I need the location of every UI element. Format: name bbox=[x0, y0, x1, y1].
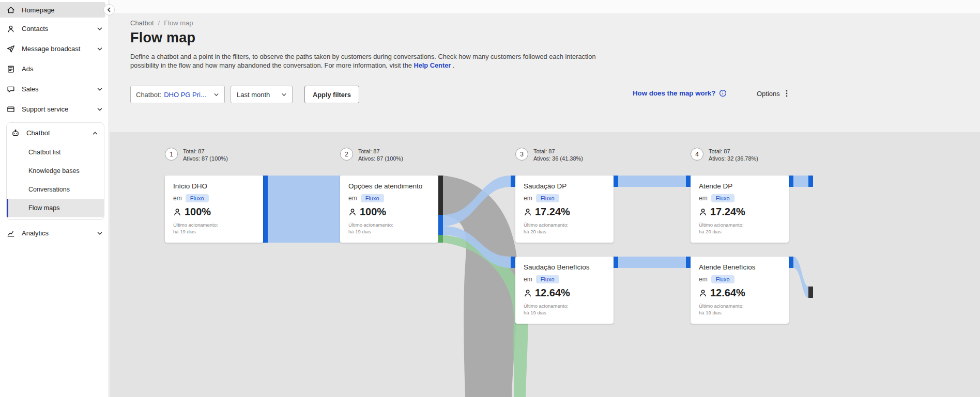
help-center-link[interactable]: Help Center bbox=[414, 61, 451, 69]
sidebar-subitem-chatbot-list[interactable]: Chatbot list bbox=[7, 143, 104, 162]
flow-column-header-2: 2 Total: 87 Ativos: 87 (100%) bbox=[340, 148, 403, 162]
map-help-link[interactable]: How does the map work? bbox=[633, 89, 727, 97]
flow-card-em-label: em bbox=[348, 195, 357, 202]
chevron-up-icon[interactable] bbox=[91, 130, 99, 137]
column-number-badge: 2 bbox=[340, 148, 353, 161]
sidebar-item-message-broadcast[interactable]: Message broadcast bbox=[0, 39, 109, 59]
sidebar-collapse-button[interactable] bbox=[103, 4, 115, 15]
column-actives: Ativos: 36 (41.38%) bbox=[533, 155, 583, 162]
flow-card-percent: 17.24% bbox=[710, 206, 745, 218]
flow-card-percent: 100% bbox=[360, 206, 386, 218]
sidebar-item-label: Sales bbox=[22, 85, 39, 93]
last-trigger-value: há 19 dias bbox=[173, 228, 255, 235]
last-trigger-label: Último acionamento: bbox=[524, 221, 605, 228]
sidebar-item-sales[interactable]: Sales bbox=[0, 79, 109, 99]
column-total: Total: 87 bbox=[709, 148, 758, 155]
last-trigger-label: Último acionamento: bbox=[173, 221, 255, 228]
chevron-down-icon bbox=[281, 91, 292, 98]
fluxo-badge: Fluxo bbox=[536, 194, 559, 202]
sidebar-item-label: Support service bbox=[22, 105, 68, 113]
sidebar-subitem-label: Knowledge bases bbox=[28, 167, 80, 174]
sidebar-item-support-service[interactable]: Support service bbox=[0, 99, 109, 119]
last-trigger-label: Último acionamento: bbox=[348, 221, 430, 228]
sidebar-subitem-knowledge-bases[interactable]: Knowledge bases bbox=[7, 162, 104, 180]
chevron-down-icon[interactable] bbox=[96, 230, 103, 237]
person-icon bbox=[524, 289, 532, 297]
last-trigger-value: há 20 dias bbox=[699, 228, 780, 235]
contacts-icon bbox=[6, 24, 16, 34]
flow-card-atende-dp[interactable]: Atende DP em Fluxo 17.24% Último acionam… bbox=[691, 176, 789, 243]
fluxo-badge: Fluxo bbox=[711, 275, 734, 283]
column-actives: Ativos: 87 (100%) bbox=[183, 155, 228, 162]
sidebar-item-contacts[interactable]: Contacts bbox=[0, 19, 109, 39]
flow-card-title: Atende Benefícios bbox=[699, 263, 780, 271]
breadcrumb-chatbot[interactable]: Chatbot bbox=[130, 19, 154, 27]
sidebar-subitem-conversations[interactable]: Conversations bbox=[7, 180, 104, 199]
sidebar: Homepage Contacts Message broadcast Ads … bbox=[0, 0, 109, 397]
chevron-down-icon bbox=[213, 91, 224, 98]
person-icon bbox=[173, 208, 181, 216]
flow-card-opcoes-de-atendimento[interactable]: Opções de atendimento em Fluxo 100% Últi… bbox=[340, 176, 438, 243]
robot-icon bbox=[11, 129, 20, 138]
flow-card-title: Saudação Benefícios bbox=[524, 263, 605, 271]
last-trigger-label: Último acionamento: bbox=[699, 303, 780, 309]
flow-column-header-1: 1 Total: 87 Ativos: 87 (100%) bbox=[165, 148, 228, 162]
breadcrumb-current: Flow map bbox=[164, 19, 193, 27]
flow-card-title: Atende DP bbox=[699, 182, 780, 190]
period-select-value: Last month bbox=[237, 91, 270, 99]
options-label: Options bbox=[757, 90, 780, 98]
column-actives: Ativos: 87 (100%) bbox=[358, 155, 403, 162]
analytics-chart-icon bbox=[6, 229, 16, 238]
flow-card-saudacao-beneficios[interactable]: Saudação Benefícios em Fluxo 12.64% Últi… bbox=[515, 257, 614, 324]
column-actives: Ativos: 32 (36.78%) bbox=[709, 155, 758, 162]
flow-map-area: 1 Total: 87 Ativos: 87 (100%) 2 Total: 8… bbox=[110, 132, 980, 397]
chevron-left-icon bbox=[106, 7, 112, 13]
sidebar-item-analytics[interactable]: Analytics bbox=[0, 223, 109, 243]
column-number-badge: 3 bbox=[515, 148, 528, 161]
flow-card-em-label: em bbox=[173, 195, 182, 202]
flow-column-header-4: 4 Total: 87 Ativos: 32 (36.78%) bbox=[691, 148, 758, 162]
flow-card-atende-beneficios[interactable]: Atende Benefícios em Fluxo 12.64% Último… bbox=[691, 257, 789, 324]
top-strip bbox=[110, 0, 980, 14]
last-trigger-value: há 19 dias bbox=[699, 309, 780, 316]
flow-card-em-label: em bbox=[524, 195, 532, 202]
sidebar-chatbot-group: Chatbot Chatbot list Knowledge bases Con… bbox=[6, 122, 104, 220]
column-total: Total: 87 bbox=[533, 148, 583, 155]
chatbot-select[interactable]: Chatbot: DHO PG Pri... bbox=[130, 86, 225, 103]
sidebar-item-ads[interactable]: Ads bbox=[0, 59, 109, 79]
person-icon bbox=[348, 208, 357, 216]
home-icon bbox=[6, 5, 16, 14]
last-trigger-label: Último acionamento: bbox=[524, 303, 605, 309]
last-trigger-label: Último acionamento: bbox=[699, 221, 780, 228]
map-help-label: How does the map work? bbox=[633, 89, 715, 97]
flow-card-saudacao-dp[interactable]: Saudação DP em Fluxo 17.24% Último acion… bbox=[515, 176, 614, 243]
flow-card-title: Início DHO bbox=[173, 182, 255, 190]
flow-card-inicio-dho[interactable]: Início DHO em Fluxo 100% Último acioname… bbox=[165, 176, 263, 243]
breadcrumb-separator: / bbox=[158, 19, 160, 27]
sidebar-subitem-flow-maps[interactable]: Flow maps bbox=[7, 199, 104, 217]
send-icon bbox=[6, 44, 16, 54]
sidebar-item-label: Ads bbox=[22, 65, 33, 73]
person-icon bbox=[524, 208, 532, 216]
flow-card-percent: 17.24% bbox=[535, 206, 570, 218]
last-trigger-value: há 19 dias bbox=[348, 228, 430, 235]
column-total: Total: 87 bbox=[358, 148, 403, 155]
person-icon bbox=[699, 289, 707, 297]
flow-card-title: Opções de atendimento bbox=[348, 182, 430, 190]
apply-filters-button[interactable]: Apply filters bbox=[304, 86, 359, 103]
sidebar-item-label: Chatbot bbox=[26, 129, 50, 137]
chevron-down-icon[interactable] bbox=[96, 25, 103, 33]
flow-card-percent: 12.64% bbox=[535, 287, 570, 299]
options-menu[interactable]: Options bbox=[757, 89, 790, 98]
sidebar-item-chatbot[interactable]: Chatbot bbox=[7, 123, 104, 143]
sidebar-item-homepage[interactable]: Homepage bbox=[0, 2, 105, 18]
sidebar-item-label: Analytics bbox=[22, 229, 49, 237]
fluxo-badge: Fluxo bbox=[361, 194, 384, 202]
period-select[interactable]: Last month bbox=[231, 86, 293, 103]
column-number-badge: 1 bbox=[165, 148, 178, 161]
chevron-down-icon[interactable] bbox=[96, 86, 103, 93]
sidebar-item-label: Contacts bbox=[22, 25, 48, 33]
sidebar-subitem-label: Conversations bbox=[28, 186, 70, 193]
chevron-down-icon[interactable] bbox=[96, 106, 103, 113]
chevron-down-icon[interactable] bbox=[96, 45, 103, 53]
